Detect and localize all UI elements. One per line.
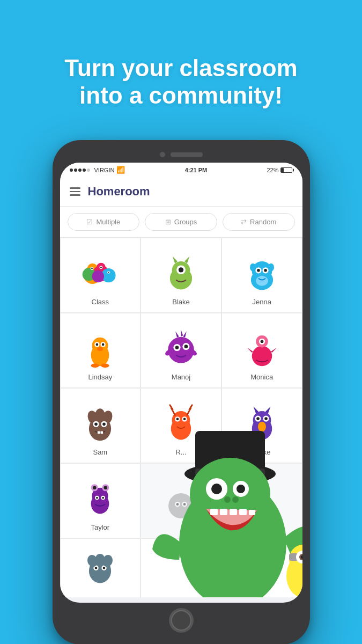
svg-point-53 xyxy=(260,340,263,343)
monster-svg-class xyxy=(80,252,120,292)
hamburger-line-2 xyxy=(70,191,80,193)
svg-point-119 xyxy=(224,496,231,503)
student-cell-extra1[interactable] xyxy=(60,538,141,597)
student-name-blake1: Blake xyxy=(172,298,190,306)
multiple-button[interactable]: ☑ Multiple xyxy=(68,213,140,231)
svg-rect-124 xyxy=(239,509,247,515)
svg-point-24 xyxy=(264,269,267,272)
svg-marker-40 xyxy=(183,331,187,337)
menu-button[interactable] xyxy=(70,187,80,196)
monster-svg-monica xyxy=(242,327,282,368)
svg-point-25 xyxy=(256,276,268,286)
phone-notch xyxy=(60,148,302,163)
student-cell-jenna[interactable]: Jenna xyxy=(221,238,302,313)
svg-point-90 xyxy=(102,496,105,499)
svg-point-34 xyxy=(97,347,103,351)
svg-point-22 xyxy=(257,269,260,272)
hamburger-line-1 xyxy=(70,187,80,189)
avatar-taylor xyxy=(79,476,122,519)
student-name-jenna: Jenna xyxy=(252,298,271,306)
svg-point-105 xyxy=(103,567,106,569)
svg-marker-48 xyxy=(247,347,253,352)
home-button-inner xyxy=(171,610,191,631)
student-cell-class[interactable]: Class xyxy=(60,238,141,313)
groups-button[interactable]: ⊞ Groups xyxy=(145,213,217,231)
student-name-sam: Sam xyxy=(93,448,107,456)
avatar-extra1 xyxy=(79,544,122,587)
svg-rect-121 xyxy=(210,509,218,515)
random-button[interactable]: ⇄ Random xyxy=(223,213,295,231)
svg-point-116 xyxy=(211,484,222,494)
speaker-grille xyxy=(171,152,203,157)
student-cell-manoj[interactable]: Manoj xyxy=(141,313,221,388)
monster-svg-sam xyxy=(80,402,120,443)
monster-svg-manoj xyxy=(161,327,201,368)
svg-point-36 xyxy=(101,363,109,368)
phone-body: VIRGIN 📶 4:21 PM 22% Homeroo xyxy=(53,140,310,644)
svg-point-12 xyxy=(108,272,109,273)
front-camera xyxy=(160,152,165,157)
student-cell-monica[interactable]: Monica xyxy=(221,313,302,388)
svg-marker-17 xyxy=(173,256,178,263)
battery-fill xyxy=(281,168,283,172)
grid-row-0: Class xyxy=(60,238,302,313)
svg-rect-125 xyxy=(249,510,255,515)
avatar-sam xyxy=(79,401,122,444)
svg-point-26 xyxy=(250,263,256,271)
student-grid: Class xyxy=(60,238,302,597)
student-name-taylor: Taylor xyxy=(91,523,109,531)
groups-icon: ⊞ xyxy=(165,218,171,226)
random-label: Random xyxy=(250,218,276,226)
monster-svg-extra1 xyxy=(80,546,120,586)
svg-point-103 xyxy=(95,567,98,569)
student-cell-blake1[interactable]: Blake xyxy=(141,238,221,313)
signal-dot-4 xyxy=(83,169,86,172)
svg-point-59 xyxy=(95,422,98,426)
signal-dot-3 xyxy=(78,169,82,172)
svg-marker-38 xyxy=(175,331,179,337)
svg-rect-62 xyxy=(98,431,100,434)
svg-point-44 xyxy=(184,345,188,348)
carrier-label: VIRGIN xyxy=(94,167,115,173)
svg-point-88 xyxy=(96,496,98,499)
hamburger-line-3 xyxy=(70,194,80,196)
avatar-lindsay xyxy=(79,326,122,369)
avatar-jenna xyxy=(240,251,283,294)
svg-point-6 xyxy=(92,270,105,282)
svg-rect-123 xyxy=(230,509,237,515)
signal-dot-1 xyxy=(70,169,73,172)
svg-marker-39 xyxy=(181,330,183,336)
svg-point-83 xyxy=(93,486,97,489)
status-bar: VIRGIN 📶 4:21 PM 22% xyxy=(60,163,302,177)
phone-frame: VIRGIN 📶 4:21 PM 22% Homeroo xyxy=(0,140,362,644)
app-header: Homeroom xyxy=(60,177,302,207)
svg-point-120 xyxy=(232,496,239,503)
svg-marker-18 xyxy=(184,256,189,263)
svg-point-8 xyxy=(91,267,93,269)
svg-point-118 xyxy=(237,485,245,493)
phone-home-area xyxy=(60,603,302,637)
home-button[interactable] xyxy=(169,608,194,633)
monster-svg-jenna xyxy=(242,252,282,292)
svg-point-27 xyxy=(268,263,274,271)
monster-svg-blake xyxy=(161,252,201,292)
student-cell-sam[interactable]: Sam xyxy=(60,388,141,463)
svg-point-10 xyxy=(100,266,102,268)
monster-svg-taylor xyxy=(80,478,120,518)
signal-dot-5 xyxy=(87,169,90,172)
clock: 4:21 PM xyxy=(185,167,208,173)
svg-point-33 xyxy=(102,343,105,346)
monster-svg-lindsay xyxy=(80,327,120,368)
student-cell-lindsay[interactable]: Lindsay xyxy=(60,313,141,388)
mascot-svg xyxy=(147,415,302,597)
avatar-class xyxy=(79,251,122,294)
student-cell-taylor[interactable]: Taylor xyxy=(60,463,141,538)
svg-point-16 xyxy=(179,267,183,272)
student-name-lindsay: Lindsay xyxy=(88,373,112,381)
student-name-class: Class xyxy=(92,298,109,306)
svg-point-42 xyxy=(175,346,179,349)
filter-bar: ☑ Multiple ⊞ Groups ⇄ Random xyxy=(60,207,302,238)
groups-label: Groups xyxy=(174,218,197,226)
student-name-monica: Monica xyxy=(250,373,273,381)
signal-indicator xyxy=(70,169,90,172)
